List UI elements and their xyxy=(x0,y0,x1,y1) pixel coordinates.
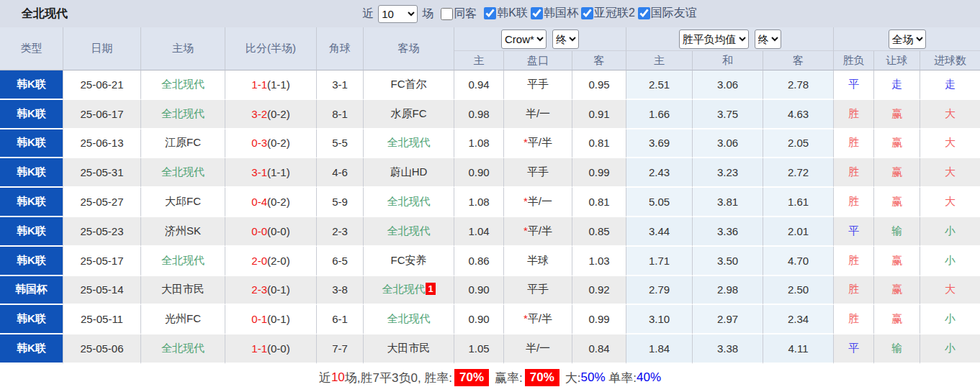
summary-match-count: 10 xyxy=(331,370,345,385)
near-label: 近 xyxy=(362,6,374,22)
result-cell: 胜 xyxy=(834,100,874,129)
league-checkbox-2[interactable] xyxy=(581,7,593,19)
away-odds-cell: 0.84 xyxy=(572,334,626,364)
mean-home-cell: 1.84 xyxy=(626,334,693,364)
goals-result-cell: 小 xyxy=(920,334,980,364)
home-odds-cell: 0.86 xyxy=(454,247,504,276)
odds-state-select[interactable]: 终 xyxy=(552,29,579,49)
away-team-name: 全北现代 xyxy=(387,195,431,207)
away-odds-cell: 0.99 xyxy=(572,305,626,334)
home-team-name: 济州SK xyxy=(165,224,201,237)
table-row: 韩国杯25-05-14大田市民2-3(0-1)3-8全北现代10.90平手0.9… xyxy=(0,276,980,306)
handicap-result-text: 赢 xyxy=(891,254,902,266)
subcol-mean-home: 主 xyxy=(626,51,693,70)
home-team-cell: 全北现代 xyxy=(141,158,225,188)
mean-home-cell: 1.71 xyxy=(626,247,693,276)
handicap-text: 半球 xyxy=(527,254,549,266)
goals-result-cell: 小 xyxy=(920,217,980,247)
goals-result-cell: 小 xyxy=(920,247,980,276)
mean-draw-cell: 3.50 xyxy=(693,247,763,276)
league-type-cell: 韩K联 xyxy=(0,247,63,276)
same-away-checkbox[interactable] xyxy=(441,8,453,20)
odds-company-select[interactable]: Crow* xyxy=(501,29,547,49)
handicap-result-text: 赢 xyxy=(891,195,902,207)
league-label-3: 国际友谊 xyxy=(651,6,697,21)
handicap-cell: 平手 xyxy=(504,276,572,306)
mean-draw-cell: 3.38 xyxy=(693,334,763,364)
handicap-result-cell: 走 xyxy=(874,70,920,100)
odds-header-cell: Crow*终 xyxy=(454,27,626,51)
mean-draw-cell: 2.97 xyxy=(693,305,763,334)
goals-result-cell: 大 xyxy=(920,188,980,217)
table-row: 韩K联25-05-17全北现代2-0(2-0)6-5FC安养0.86半球1.03… xyxy=(0,247,980,276)
result-text: 胜 xyxy=(848,136,859,148)
home-odds-cell: 1.04 xyxy=(454,217,504,247)
handicap-text: 平/半 xyxy=(528,224,552,237)
goals-result-text: 走 xyxy=(945,78,956,90)
handicap-text: 平手 xyxy=(527,78,549,90)
score-cell: 0-4(0-2) xyxy=(225,188,317,217)
match-date-cell: 25-05-31 xyxy=(63,158,141,188)
handicap-result-text: 输 xyxy=(891,224,902,237)
same-away-filter: 同客 xyxy=(438,6,477,22)
col-header-home: 主场 xyxy=(141,27,225,70)
handicap-cell: 半球 xyxy=(504,247,572,276)
mean-odds-select[interactable]: 胜平负均值 xyxy=(679,29,749,49)
league-checkbox-3[interactable] xyxy=(638,7,650,19)
mean-state-select[interactable]: 终 xyxy=(755,29,781,49)
goals-result-cell: 走 xyxy=(920,70,980,100)
result-cell: 胜 xyxy=(834,188,874,217)
away-odds-cell: 0.92 xyxy=(572,276,626,306)
subcol-odds-home: 主 xyxy=(454,51,504,70)
home-team-cell: 全北现代 xyxy=(141,70,225,100)
full-time-score: 0-3 xyxy=(251,137,267,149)
handicap-text: 平手 xyxy=(527,283,549,295)
home-team-cell: 全北现代 xyxy=(141,247,225,276)
result-cell: 平 xyxy=(834,217,874,247)
away-team-cell: 大田市民 xyxy=(364,334,454,364)
home-odds-cell: 1.08 xyxy=(454,188,504,217)
goals-result-cell: 大 xyxy=(920,100,980,129)
result-cell: 胜 xyxy=(834,129,874,159)
mean-away-cell: 1.61 xyxy=(763,188,834,217)
league-type-cell: 韩K联 xyxy=(0,305,63,334)
mean-header-cell: 胜平负均值终 xyxy=(626,27,834,51)
goals-result-text: 小 xyxy=(945,254,956,266)
corner-cell: 3-8 xyxy=(317,276,364,306)
handicap-cell: *平/半 xyxy=(504,305,572,334)
mean-home-cell: 2.51 xyxy=(626,70,693,100)
mean-away-cell: 2.72 xyxy=(763,158,834,188)
league-type-cell: 韩K联 xyxy=(0,70,63,100)
result-cell: 胜 xyxy=(834,276,874,306)
league-checkbox-0[interactable] xyxy=(484,7,496,19)
league-type-cell: 韩K联 xyxy=(0,217,63,247)
score-cell: 2-0(2-0) xyxy=(225,247,317,276)
result-cell: 胜 xyxy=(834,247,874,276)
mean-home-cell: 5.05 xyxy=(626,188,693,217)
match-date-cell: 25-05-17 xyxy=(63,247,141,276)
away-team-name: 全北现代 xyxy=(382,283,425,295)
match-date-cell: 25-06-13 xyxy=(63,129,141,159)
mean-away-cell: 2.01 xyxy=(763,217,834,247)
result-text: 胜 xyxy=(848,312,859,324)
home-odds-cell: 1.08 xyxy=(454,129,504,159)
handicap-result-cell: 赢 xyxy=(874,100,920,129)
over-rate-label: 大: xyxy=(565,370,581,386)
league-label-2: 亚冠联2 xyxy=(594,6,635,21)
handicap-cell: 半/一 xyxy=(504,334,572,364)
away-team-name: FC首尔 xyxy=(391,78,427,90)
corner-cell: 7-7 xyxy=(317,334,364,364)
subcol-goals: 进球数 xyxy=(920,51,980,70)
handicap-result-cell: 输 xyxy=(874,217,920,247)
mean-away-cell: 4.63 xyxy=(763,100,834,129)
col-header-corner: 角球 xyxy=(317,27,364,70)
goals-result-cell: 小 xyxy=(920,305,980,334)
league-checkbox-1[interactable] xyxy=(531,7,543,19)
goals-result-text: 小 xyxy=(945,342,956,354)
home-odds-cell: 0.94 xyxy=(454,70,504,100)
table-row: 韩K联25-05-23济州SK0-0(0-0)2-3全北现代1.04*平/半0.… xyxy=(0,217,980,247)
home-team-name: 江原FC xyxy=(165,136,201,148)
result-text: 平 xyxy=(848,78,859,90)
match-count-select[interactable]: 10 xyxy=(378,5,418,23)
result-scope-select[interactable]: 全场 xyxy=(889,29,926,49)
